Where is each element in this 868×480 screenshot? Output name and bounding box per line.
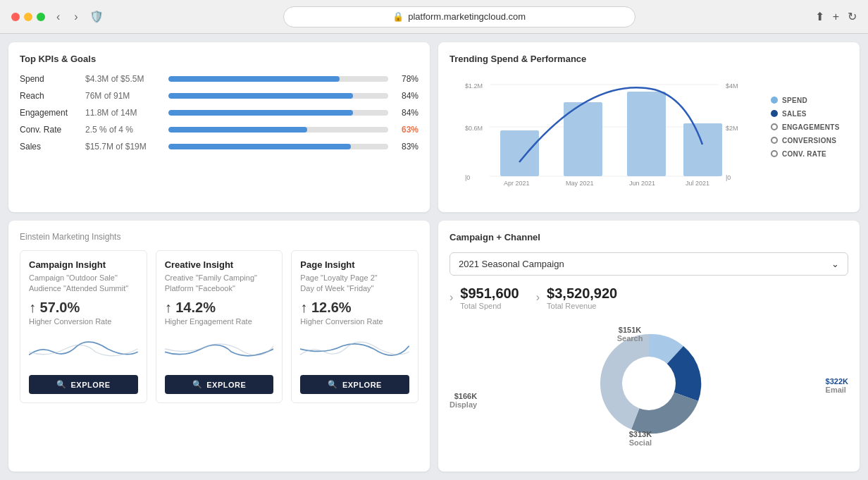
legend-item: ENGAGEMENTS	[771, 123, 848, 131]
svg-text:|0: |0	[465, 174, 470, 181]
kpi-row: Spend $4.3M of $5.5M 78%	[20, 74, 418, 84]
insight-metric-label: Higher Engagement Rate	[165, 317, 274, 326]
insight-panel: Creative Insight Creative "Family Campin…	[156, 250, 283, 404]
svg-text:$1.2M: $1.2M	[465, 82, 483, 90]
new-tab-button[interactable]: +	[833, 10, 839, 23]
insight-metric-label: Higher Conversion Rate	[29, 317, 138, 326]
einstein-card: Einstein Marketing Insights Campaign Ins…	[8, 221, 430, 472]
kpi-value: $4.3M of $5.5M	[85, 74, 163, 84]
total-spend-block: › $951,600 Total Spend	[450, 285, 519, 310]
insight-heading: Page Insight	[300, 259, 409, 270]
trending-card-title: Trending Spend & Performance	[450, 54, 762, 64]
kpi-row: Engagement 11.8M of 14M 84%	[20, 108, 418, 118]
legend-label: SPEND	[782, 97, 807, 104]
legend-dot	[771, 97, 778, 104]
insight-panel: Page Insight Page "Loyalty Page 2"Day of…	[291, 250, 418, 404]
kpi-label: Spend	[20, 74, 80, 84]
sparkline-area	[165, 331, 274, 369]
kpi-bar-container	[168, 127, 388, 133]
sparkline-chart	[300, 331, 409, 367]
share-button[interactable]: ⬆	[815, 10, 824, 23]
insight-metric: ↑ 12.6%	[300, 300, 409, 316]
sparkline-area	[29, 331, 138, 369]
maximize-button[interactable]	[37, 13, 45, 21]
campaign-selector[interactable]: 2021 Seasonal Campaign ⌄	[450, 252, 848, 276]
explore-button[interactable]: 🔍 EXPLORE	[29, 375, 138, 394]
svg-text:May 2021: May 2021	[566, 180, 594, 187]
legend-dot	[771, 150, 778, 157]
kpi-bar-container	[168, 76, 388, 82]
email-label: $322K Email	[826, 377, 848, 394]
kpi-bar	[168, 127, 307, 133]
total-spend-values: $951,600 Total Spend	[460, 285, 519, 310]
svg-text:$2M: $2M	[726, 125, 738, 132]
legend-label: ENGAGEMENTS	[782, 123, 840, 131]
kpi-value: 76M of 91M	[85, 91, 163, 101]
kpi-card-title: Top KPIs & Goals	[20, 54, 418, 64]
explore-label: EXPLORE	[206, 381, 246, 389]
refresh-button[interactable]: ↻	[848, 10, 857, 23]
total-revenue-block: › $3,520,920 Total Revenue	[536, 285, 617, 310]
insight-subtext: Page "Loyalty Page 2"Day of Week "Friday…	[300, 273, 409, 295]
channel-card: Campaign + Channel 2021 Seasonal Campaig…	[438, 221, 860, 472]
donut-labels: $151K Search $322K Email $313K Social $1…	[450, 320, 848, 447]
arrow-icon-2: ›	[536, 291, 540, 304]
legend-label: SALES	[782, 110, 807, 118]
kpi-row: Sales $15.7M of $19M 83%	[20, 142, 418, 152]
einstein-section-title: Einstein Marketing Insights	[20, 232, 418, 242]
insights-grid: Campaign Insight Campaign "Outdoor Sale"…	[20, 250, 418, 404]
forward-button[interactable]: ›	[71, 9, 80, 25]
svg-text:|0: |0	[726, 174, 731, 181]
kpi-rows: Spend $4.3M of $5.5M 78% Reach 76M of 91…	[20, 74, 418, 152]
svg-text:$0.6M: $0.6M	[465, 125, 483, 132]
kpi-label: Conv. Rate	[20, 125, 80, 135]
total-spend-label: Total Spend	[460, 302, 519, 310]
sparkline-area	[300, 331, 409, 369]
total-spend-amount: $951,600	[460, 285, 519, 302]
explore-button[interactable]: 🔍 EXPLORE	[165, 375, 274, 394]
campaign-name: 2021 Seasonal Campaign	[459, 259, 564, 269]
kpi-pct: 78%	[394, 74, 418, 84]
legend-dot	[771, 137, 778, 144]
close-button[interactable]	[11, 13, 20, 21]
insight-panel: Campaign Insight Campaign "Outdoor Sale"…	[20, 250, 147, 404]
explore-label: EXPLORE	[71, 381, 111, 389]
explore-button[interactable]: 🔍 EXPLORE	[300, 375, 409, 394]
sparkline-chart	[29, 331, 138, 367]
legend-item: CONVERSIONS	[771, 137, 848, 144]
svg-text:Apr 2021: Apr 2021	[504, 180, 530, 187]
browser-chrome: ‹ › 🛡️ 🔒 platform.marketingcloud.com ⬆ +…	[0, 0, 868, 34]
search-icon: 🔍	[56, 380, 67, 389]
svg-text:$4M: $4M	[726, 82, 738, 90]
shield-icon: 🛡️	[89, 10, 104, 23]
back-button[interactable]: ‹	[54, 9, 63, 25]
total-revenue-amount: $3,520,920	[547, 285, 617, 302]
kpi-bar	[168, 93, 353, 99]
legend-label: CONVERSIONS	[782, 137, 836, 144]
search-label: $151K Search	[617, 326, 643, 343]
legend-label: CONV. RATE	[782, 150, 826, 158]
metrics-row: › $951,600 Total Spend › $3,520,920 Tota…	[450, 285, 848, 310]
insight-subtext: Creative "Family Camping"Platform "Faceb…	[165, 273, 274, 295]
svg-rect-12	[683, 123, 722, 176]
kpi-pct: 83%	[394, 142, 418, 152]
url-text: platform.marketingcloud.com	[408, 11, 526, 22]
legend-item: SALES	[771, 110, 848, 118]
kpi-label: Engagement	[20, 108, 80, 118]
browser-actions: ⬆ + ↻	[815, 10, 857, 23]
kpi-bar-container	[168, 144, 388, 149]
insight-heading: Creative Insight	[165, 259, 274, 270]
kpi-card: Top KPIs & Goals Spend $4.3M of $5.5M 78…	[8, 42, 430, 212]
kpi-label: Reach	[20, 91, 80, 101]
legend-area: SPEND SALES ENGAGEMENTS CONVERSIONS CONV…	[771, 54, 848, 201]
kpi-bar-container	[168, 110, 388, 116]
legend-item: SPEND	[771, 97, 848, 104]
svg-rect-11	[627, 92, 666, 176]
insight-subtext: Campaign "Outdoor Sale"Audience "Attende…	[29, 273, 138, 295]
main-content: Top KPIs & Goals Spend $4.3M of $5.5M 78…	[0, 34, 868, 480]
chevron-down-icon: ⌄	[831, 259, 839, 269]
search-icon: 🔍	[192, 380, 203, 389]
minimize-button[interactable]	[24, 13, 32, 21]
address-bar[interactable]: 🔒 platform.marketingcloud.com	[283, 6, 636, 27]
kpi-bar	[168, 110, 353, 116]
